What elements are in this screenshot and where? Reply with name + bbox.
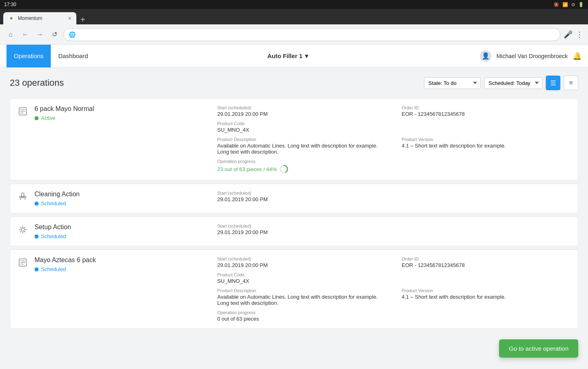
browser-menu-icon[interactable]: ⋮: [576, 30, 583, 39]
product-desc-block-1: Product Description Available on Automat…: [217, 137, 385, 155]
product-desc-block-4: Product Description Available on Automat…: [217, 288, 385, 306]
main-content: 23 operations State: To do Scheduled: To…: [0, 67, 588, 369]
start-block-1: Start (scheduled) 29.01.2019 20:00 PM: [217, 105, 385, 117]
machine-selector[interactable]: Auto Filler 1 ▾: [267, 52, 308, 60]
op-details-3: Start (scheduled) 29.01.2019 20:00 PM: [217, 224, 570, 235]
address-globe-icon: 🌐: [69, 31, 76, 38]
start-block-3: Start (scheduled) 29.01.2019 20:00 PM: [217, 224, 570, 235]
product-version-block-1: Product Version 4.1 – Short text with de…: [402, 137, 570, 155]
status-text-1: Active: [41, 115, 55, 121]
op-icon-4: [18, 258, 28, 269]
reload-button[interactable]: ↺: [49, 29, 60, 40]
start-block-4: Start (scheduled) 29.01.2019 20:00 PM: [217, 256, 385, 268]
op-status-1: Active: [35, 115, 211, 121]
op-main-3: Setup Action Scheduled: [35, 224, 211, 239]
username-label: Michael Van Droogenbroeck: [496, 53, 568, 59]
op-main-1: 6 pack Mayo Normal Active: [35, 105, 211, 121]
progress-block-1: Operation progress 23 out of 63 pieces /…: [217, 159, 385, 174]
op-details-2: Start (scheduled) 29.01.2019 20:00 PM: [217, 191, 570, 202]
status-dot-4: [35, 267, 39, 271]
state-filter[interactable]: State: To do: [424, 77, 481, 89]
op-status-2: Scheduled: [35, 200, 211, 206]
svg-line-9: [20, 198, 21, 200]
statusbar-icons: 🔕 📶 ⊙ 🔋: [553, 2, 584, 7]
op-status-3: Scheduled: [35, 233, 211, 239]
header-right: 👤 Michael Van Droogenbroeck 🔔: [480, 50, 582, 62]
operation-card-4[interactable]: Mayo Aztecas 6 pack Scheduled Start (sch…: [10, 250, 578, 329]
browser-tabbar: Momentum × +: [0, 9, 588, 24]
op-details-1: Start (scheduled) 29.01.2019 20:00 PM Or…: [217, 105, 570, 174]
battery-icon: 🔋: [578, 2, 584, 7]
op-title-1: 6 pack Mayo Normal: [35, 105, 211, 113]
wifi-icon: 📶: [562, 2, 568, 7]
progress-value-1: 23 out of 63 pieces / 44%: [217, 165, 385, 174]
product-code-block-1: Product Code SU_MNO_4X: [217, 121, 385, 133]
browser-tab-momentum[interactable]: Momentum ×: [3, 12, 76, 24]
view-list-button[interactable]: ☰: [546, 76, 560, 90]
forward-button[interactable]: →: [34, 29, 45, 40]
operation-card-1[interactable]: 6 pack Mayo Normal Active Start (schedul…: [10, 98, 578, 180]
browser-time: 17:30: [4, 2, 16, 7]
toolbar-right: 🎤 ⋮: [564, 30, 583, 39]
app-header: Operations Dashboard Auto Filler 1 ▾ 👤 M…: [0, 45, 588, 67]
browser-toolbar: ⌂ ← → ↺ 🌐 🎤 ⋮: [0, 24, 588, 45]
machine-dropdown-icon: ▾: [305, 52, 308, 60]
svg-line-10: [25, 198, 25, 200]
op-title-4: Mayo Aztecas 6 pack: [35, 256, 211, 264]
op-main-4: Mayo Aztecas 6 pack Scheduled: [35, 256, 211, 272]
status-dot-2: [35, 202, 39, 206]
op-main-2: Cleaning Action Scheduled: [35, 191, 211, 206]
microphone-icon[interactable]: 🎤: [564, 30, 573, 39]
mute-icon: 🔕: [553, 2, 559, 7]
machine-label: Auto Filler 1: [267, 52, 303, 59]
status-dot-3: [35, 234, 39, 239]
user-avatar-icon: 👤: [480, 50, 491, 62]
op-icon-3: [18, 225, 28, 236]
product-code-block-4: Product Code SU_MNO_4X: [217, 272, 385, 284]
location-icon: ⊙: [571, 2, 575, 7]
op-icon-1: [18, 107, 28, 118]
momentum-favicon: [8, 15, 15, 22]
op-title-2: Cleaning Action: [35, 191, 211, 198]
op-icon-2: [18, 192, 28, 203]
start-block-2: Start (scheduled) 29.01.2019 20:00 PM: [217, 191, 570, 202]
operations-title: 23 operations: [10, 78, 424, 88]
browser-statusbar: 17:30 🔕 📶 ⊙ 🔋: [0, 0, 588, 9]
svg-point-11: [21, 228, 24, 231]
tab-close-button[interactable]: ×: [68, 15, 71, 22]
nav-tab-operations[interactable]: Operations: [6, 45, 51, 67]
progress-ring-1: [279, 165, 288, 174]
view-compact-button[interactable]: ≡: [564, 76, 578, 90]
back-button[interactable]: ←: [19, 29, 31, 40]
status-text-2: Scheduled: [41, 200, 66, 206]
progress-value-4: 0 out of 63 pieces: [217, 316, 385, 322]
nav-tab-dashboard[interactable]: Dashboard: [51, 45, 95, 67]
home-button[interactable]: ⌂: [5, 29, 16, 40]
tab-title: Momentum: [18, 15, 65, 21]
order-id-block-4: Order ID EOR - 1234567812345678: [402, 256, 570, 268]
operation-card-2[interactable]: Cleaning Action Scheduled Start (schedul…: [10, 184, 578, 213]
goto-active-operation-button[interactable]: Go to active operation: [499, 339, 578, 358]
notification-bell-icon[interactable]: 🔔: [573, 52, 582, 61]
op-details-4: Start (scheduled) 29.01.2019 20:00 PM Or…: [217, 256, 570, 322]
order-id-block-1: Order ID EOR - 1234567812345678: [402, 105, 570, 117]
progress-block-4: Operation progress 0 out of 63 pieces: [217, 310, 385, 322]
filters-container: State: To do Scheduled: Today ☰ ≡: [424, 76, 578, 90]
address-bar[interactable]: 🌐: [63, 28, 560, 41]
op-title-3: Setup Action: [35, 224, 211, 231]
new-tab-button[interactable]: +: [78, 15, 88, 24]
op-status-4: Scheduled: [35, 266, 211, 272]
product-version-block-4: Product Version 4.1 – Short text with de…: [402, 288, 570, 306]
fab-container: Go to active operation: [499, 339, 578, 358]
operations-header: 23 operations State: To do Scheduled: To…: [10, 76, 578, 90]
list-view-icon: ☰: [550, 79, 556, 87]
scheduled-filter[interactable]: Scheduled: Today: [484, 77, 543, 89]
status-text-4: Scheduled: [41, 266, 66, 272]
status-text-3: Scheduled: [41, 233, 66, 239]
compact-view-icon: ≡: [569, 79, 573, 87]
status-dot-1: [35, 116, 39, 120]
header-center: Auto Filler 1 ▾: [95, 52, 480, 60]
operation-card-3[interactable]: Setup Action Scheduled Start (scheduled)…: [10, 217, 578, 246]
